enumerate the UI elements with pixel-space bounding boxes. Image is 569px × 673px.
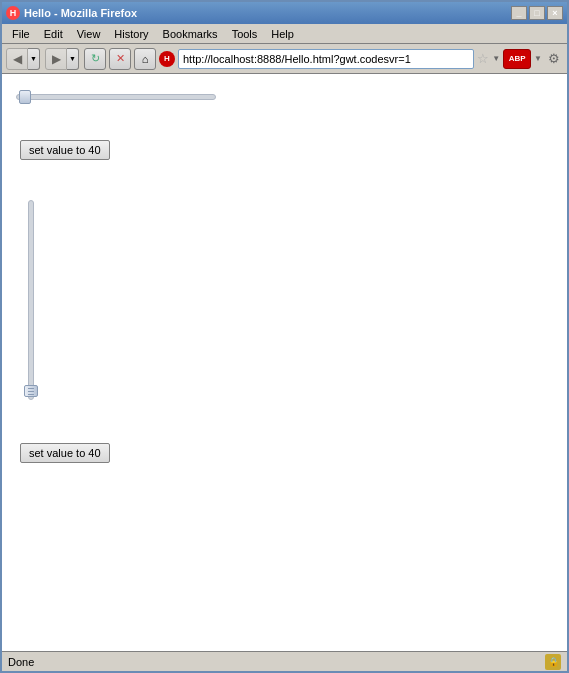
- browser-title: Hello - Mozilla Firefox: [24, 7, 137, 19]
- browser-favicon: H: [6, 6, 20, 20]
- menu-tools[interactable]: Tools: [226, 26, 264, 42]
- thumb-line-2: [28, 391, 34, 392]
- horizontal-slider-container: [16, 94, 553, 100]
- url-input[interactable]: [178, 49, 474, 69]
- menu-view[interactable]: View: [71, 26, 107, 42]
- set-value-button-1[interactable]: set value to 40: [20, 140, 110, 160]
- status-icon: 🔒: [545, 654, 561, 670]
- minimize-button[interactable]: _: [511, 6, 527, 20]
- forward-button[interactable]: ▶: [45, 48, 67, 70]
- url-bar-container: H ☆ ▼: [159, 49, 500, 69]
- vertical-slider-thumb[interactable]: [24, 385, 38, 397]
- status-bar: Done 🔒: [2, 651, 567, 671]
- settings-button[interactable]: ⚙: [545, 50, 563, 68]
- reload-button[interactable]: ↻: [84, 48, 106, 70]
- thumb-lines: [28, 388, 34, 395]
- vertical-slider-container: [20, 200, 42, 400]
- adblock-button[interactable]: ABP: [503, 49, 531, 69]
- title-bar: H Hello - Mozilla Firefox _ □ ×: [2, 2, 567, 24]
- horizontal-slider-thumb[interactable]: [19, 90, 31, 104]
- menu-edit[interactable]: Edit: [38, 26, 69, 42]
- menu-history[interactable]: History: [108, 26, 154, 42]
- set-value-button-2[interactable]: set value to 40: [20, 443, 110, 463]
- page-content: set value to 40 set value to 40: [2, 74, 567, 651]
- forward-dropdown[interactable]: ▼: [67, 48, 79, 70]
- menu-file[interactable]: File: [6, 26, 36, 42]
- nav-bar: ◀ ▼ ▶ ▼ ↻ ✕ ⌂ H ☆ ▼ ABP ▼ ⚙: [2, 44, 567, 74]
- home-button[interactable]: ⌂: [134, 48, 156, 70]
- back-dropdown[interactable]: ▼: [28, 48, 40, 70]
- forward-group: ▶ ▼: [45, 48, 81, 70]
- title-buttons: _ □ ×: [511, 6, 563, 20]
- back-button[interactable]: ◀: [6, 48, 28, 70]
- browser-window: H Hello - Mozilla Firefox _ □ × File Edi…: [0, 0, 569, 673]
- vertical-slider-track[interactable]: [28, 200, 34, 400]
- bookmark-star-icon[interactable]: ☆: [477, 51, 489, 66]
- menu-bookmarks[interactable]: Bookmarks: [157, 26, 224, 42]
- maximize-button[interactable]: □: [529, 6, 545, 20]
- menu-help[interactable]: Help: [265, 26, 300, 42]
- menu-bar: File Edit View History Bookmarks Tools H…: [2, 24, 567, 44]
- url-dropdown-icon[interactable]: ▼: [492, 54, 500, 63]
- adblock-dropdown-icon[interactable]: ▼: [534, 54, 542, 63]
- url-favicon: H: [159, 51, 175, 67]
- thumb-line-3: [28, 394, 34, 395]
- thumb-line-1: [28, 388, 34, 389]
- title-bar-left: H Hello - Mozilla Firefox: [6, 6, 137, 20]
- back-forward-group: ◀ ▼: [6, 48, 42, 70]
- status-text: Done: [8, 656, 34, 668]
- stop-button[interactable]: ✕: [109, 48, 131, 70]
- close-button[interactable]: ×: [547, 6, 563, 20]
- horizontal-slider-track[interactable]: [16, 94, 216, 100]
